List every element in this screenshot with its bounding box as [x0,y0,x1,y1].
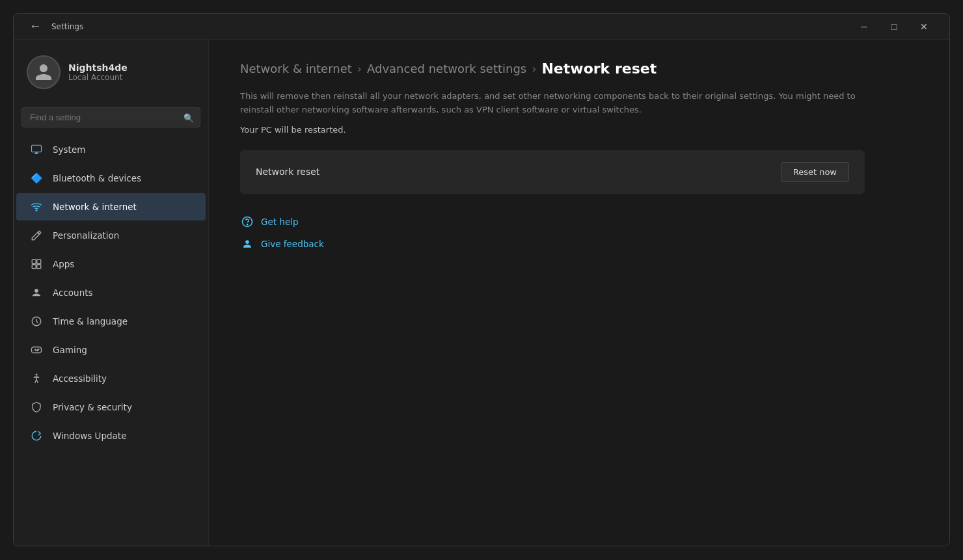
nav-system[interactable]: System [16,136,206,163]
svg-rect-7 [37,265,41,269]
page-description: This will remove then reinstall all your… [240,90,865,117]
breadcrumb-sep-1: › [357,62,362,75]
svg-rect-5 [37,260,41,263]
nav-accounts[interactable]: Accounts [16,279,206,306]
time-label: Time & language [53,316,128,327]
search-box: 🔍 [21,107,200,127]
nav-personalization[interactable]: Personalization [16,222,206,249]
search-input[interactable] [21,107,200,127]
user-section[interactable]: Nightsh4de Local Account [14,45,208,100]
personalization-label: Personalization [53,230,119,241]
restart-note: Your PC will be restarted. [240,125,918,135]
svg-rect-0 [32,145,42,152]
update-label: Windows Update [53,431,126,441]
titlebar: ← Settings ─ □ ✕ [14,14,949,40]
bluetooth-label: Bluetooth & devices [53,173,141,183]
get-help-label: Get help [261,217,299,227]
svg-rect-4 [32,260,36,263]
nav-bluetooth[interactable]: 🔷 Bluetooth & devices [16,165,206,192]
apps-label: Apps [53,259,74,269]
minimize-button[interactable]: ─ [849,16,879,37]
avatar-icon [34,62,53,82]
bluetooth-icon: 🔷 [29,171,44,185]
avatar [27,55,61,89]
give-feedback-icon [240,237,254,251]
maximize-button[interactable]: □ [879,16,909,37]
system-icon [29,142,44,157]
content-area: Nightsh4de Local Account 🔍 System 🔷 Blue… [14,40,949,546]
reset-card-label: Network reset [256,167,319,177]
back-button[interactable]: ← [24,17,46,36]
system-label: System [53,144,85,155]
nav-apps[interactable]: Apps [16,250,206,278]
accounts-label: Accounts [53,287,93,298]
breadcrumb-current: Network reset [541,60,657,77]
window-controls: ─ □ ✕ [849,16,939,37]
breadcrumb-advanced[interactable]: Advanced network settings [367,62,526,75]
network-label: Network & internet [53,202,137,212]
nav-privacy[interactable]: Privacy & security [16,393,206,421]
nav-accessibility[interactable]: Accessibility [16,365,206,392]
svg-point-14 [247,224,247,224]
nav-update[interactable]: Windows Update [16,422,206,449]
accessibility-label: Accessibility [53,373,107,384]
apps-icon [29,257,44,271]
sidebar: Nightsh4de Local Account 🔍 System 🔷 Blue… [14,40,209,546]
svg-rect-2 [36,152,38,153]
nav-time[interactable]: Time & language [16,308,206,335]
breadcrumb-sep-2: › [532,62,536,75]
network-icon [29,200,44,214]
close-button[interactable]: ✕ [909,16,939,37]
accessibility-icon [29,371,44,386]
user-type: Local Account [68,73,128,82]
main-content: Network & internet › Advanced network se… [209,40,949,546]
nav-network[interactable]: Network & internet [16,193,206,220]
update-icon [29,429,44,443]
settings-window: ← Settings ─ □ ✕ Nightsh4de Local Accoun… [13,13,950,546]
nav-gaming[interactable]: Gaming [16,336,206,364]
window-title: Settings [51,22,83,31]
user-info: Nightsh4de Local Account [68,62,128,82]
get-help-link[interactable]: Get help [240,215,918,229]
user-name: Nightsh4de [68,62,128,73]
reset-card: Network reset Reset now [240,150,865,194]
svg-rect-6 [32,265,36,269]
svg-point-12 [36,374,38,376]
time-icon [29,314,44,328]
accounts-icon [29,286,44,300]
svg-point-11 [37,350,38,351]
privacy-label: Privacy & security [53,402,132,412]
get-help-icon [240,215,254,229]
breadcrumb-network[interactable]: Network & internet [240,62,352,75]
give-feedback-link[interactable]: Give feedback [240,237,918,251]
personalization-icon [29,228,44,243]
help-links: Get help Give feedback [240,215,918,251]
give-feedback-label: Give feedback [261,239,324,249]
svg-point-3 [36,209,37,211]
gaming-icon [29,343,44,357]
gaming-label: Gaming [53,345,87,355]
reset-now-button[interactable]: Reset now [781,162,849,182]
breadcrumb: Network & internet › Advanced network se… [240,60,918,77]
privacy-icon [29,400,44,414]
